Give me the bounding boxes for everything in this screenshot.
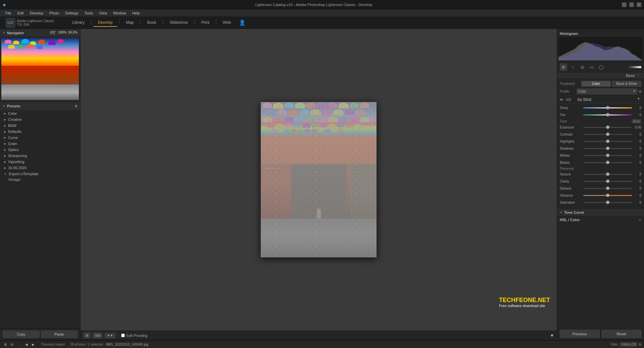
hsl-collapse-icon[interactable]: ▼: [639, 218, 641, 221]
bw-treatment-btn[interactable]: Black & White: [612, 81, 642, 87]
copy-button[interactable]: Copy: [3, 331, 40, 338]
whites-slider[interactable]: [583, 155, 632, 156]
presets-header[interactable]: ▼ Presets +: [0, 102, 80, 110]
menu-tools[interactable]: Tools: [82, 10, 96, 16]
preset-group-export-header[interactable]: ▼ Export LtTemplate: [0, 171, 80, 177]
menu-file[interactable]: File: [3, 10, 14, 16]
menu-photo[interactable]: Photo: [47, 10, 62, 16]
preset-group-bw-header[interactable]: ▶ B&W: [0, 122, 80, 129]
preset-group-color-header[interactable]: ▶ Color: [0, 110, 80, 116]
texture-thumb[interactable]: [606, 172, 609, 176]
filmstrip-grid-btn[interactable]: ⊞: [3, 342, 8, 347]
toolbar-expand[interactable]: ▼: [550, 333, 554, 338]
preset-group-vignetting-header[interactable]: ▶ Vignetting: [0, 159, 80, 165]
profile-grid-button[interactable]: ⊞: [639, 90, 641, 93]
texture-slider[interactable]: [583, 174, 632, 175]
clarity-slider[interactable]: [583, 181, 632, 182]
preset-group-curve-header[interactable]: ▶ Curve: [0, 135, 80, 141]
filmstrip-loupe-btn[interactable]: ⊟: [9, 342, 15, 347]
close-button[interactable]: ✕: [637, 2, 641, 7]
exposure-thumb[interactable]: [606, 126, 609, 129]
menu-edit[interactable]: Edit: [15, 10, 27, 16]
zoom-100[interactable]: 100%: [58, 31, 67, 35]
menu-window[interactable]: Window: [110, 10, 129, 16]
import-label[interactable]: Previous Import: [41, 343, 65, 346]
dehaze-slider[interactable]: [583, 188, 632, 189]
blacks-slider[interactable]: [583, 162, 632, 163]
tone-curve-header[interactable]: ▼ Tone Curve: [557, 209, 644, 216]
blacks-thumb[interactable]: [606, 161, 609, 164]
preset-group-creative-header[interactable]: ▶ Creative: [0, 116, 80, 122]
paste-button[interactable]: Paste: [41, 331, 78, 338]
contrast-value: 0: [632, 133, 641, 136]
module-web[interactable]: Web: [218, 19, 236, 27]
view-survey-btn[interactable]: ▼▼: [105, 333, 115, 338]
module-book[interactable]: Book: [142, 19, 161, 27]
minimize-button[interactable]: —: [622, 2, 627, 7]
basic-label[interactable]: Basic: [626, 73, 635, 78]
menu-view[interactable]: View: [96, 10, 110, 16]
spot-removal-tool[interactable]: ○: [569, 63, 577, 71]
menu-settings[interactable]: Settings: [62, 10, 81, 16]
soft-proofing-toggle[interactable]: Soft Proofing: [121, 334, 148, 338]
vibrance-slider[interactable]: [583, 195, 632, 196]
saturation-thumb[interactable]: [606, 201, 609, 204]
view-loupe-btn[interactable]: ⊞: [83, 333, 91, 338]
highlights-slider[interactable]: [583, 141, 632, 142]
module-map[interactable]: Map: [121, 19, 138, 27]
wb-value-display[interactable]: As Shot ▼: [576, 97, 641, 102]
reset-button[interactable]: Reset: [602, 330, 642, 338]
preset-group-defaults-header[interactable]: ▶ Defaults: [0, 129, 80, 135]
exposure-slider[interactable]: [583, 127, 632, 128]
crop-tool[interactable]: ⊞: [560, 63, 567, 71]
dehaze-thumb[interactable]: [606, 187, 609, 190]
saturation-slider[interactable]: [583, 202, 632, 203]
main-image-area: HAI PHONG: [81, 29, 557, 331]
menu-help[interactable]: Help: [130, 10, 143, 16]
preset-group-date-header[interactable]: ▶ 10.06.2020: [0, 165, 80, 171]
tint-thumb[interactable]: [606, 113, 609, 116]
maximize-button[interactable]: □: [629, 2, 634, 7]
prev-image-btn[interactable]: ◀: [24, 342, 29, 347]
module-library[interactable]: Library: [67, 19, 89, 27]
preset-vintage[interactable]: Vintage: [0, 177, 80, 182]
hsl-label[interactable]: HSL / Color: [560, 218, 580, 222]
highlights-thumb[interactable]: [606, 140, 609, 143]
profile-dropdown[interactable]: Color ▼: [577, 89, 637, 94]
shadows-slider[interactable]: [583, 148, 632, 149]
navigator-header[interactable]: ▼ Navigator FIT 100% 34.3%: [0, 29, 80, 37]
temp-thumb[interactable]: [606, 106, 609, 109]
preset-grain-label: Grain: [8, 142, 17, 146]
clarity-thumb[interactable]: [606, 180, 609, 183]
filter-value[interactable]: Filters Off: [620, 342, 637, 347]
add-preset-button[interactable]: +: [75, 103, 78, 109]
color-treatment-btn[interactable]: Color: [581, 81, 611, 87]
shadows-thumb[interactable]: [606, 147, 609, 150]
soft-proof-checkbox[interactable]: [121, 334, 125, 337]
fit-zoom-btn[interactable]: FIT: [49, 31, 57, 35]
view-compare-btn[interactable]: ⊟⊟: [93, 333, 103, 338]
red-eye-tool[interactable]: ◎: [579, 63, 586, 71]
filter-toggle[interactable]: ⊞: [639, 343, 641, 346]
graduated-filter-tool[interactable]: ▭: [588, 63, 595, 71]
contrast-thumb[interactable]: [606, 133, 609, 136]
preset-group-sharpening-header[interactable]: ▶ Sharpening: [0, 153, 80, 159]
module-print[interactable]: Print: [197, 19, 214, 27]
preset-group-grain-header[interactable]: ▶ Grain: [0, 141, 80, 147]
temp-slider[interactable]: [583, 107, 632, 108]
radial-filter-tool[interactable]: ◯: [597, 63, 605, 71]
next-image-btn[interactable]: ▶: [31, 342, 36, 347]
module-develop[interactable]: Develop: [93, 19, 117, 27]
preset-group-optics-header[interactable]: ▶ Optics: [0, 147, 80, 153]
whites-thumb[interactable]: [606, 154, 609, 157]
menu-develop[interactable]: Develop: [27, 10, 46, 16]
profile-icon[interactable]: 👤: [239, 19, 246, 26]
auto-tone-btn[interactable]: Auto: [632, 119, 641, 123]
module-slideshow[interactable]: Slideshow: [165, 19, 193, 27]
zoom-343[interactable]: 34.3%: [68, 31, 78, 35]
tint-slider[interactable]: [583, 114, 632, 115]
contrast-slider[interactable]: [583, 134, 632, 135]
previous-button[interactable]: Previous: [560, 330, 600, 338]
wb-dropper-icon[interactable]: ✏: [560, 97, 564, 102]
vibrance-thumb[interactable]: [606, 194, 609, 197]
